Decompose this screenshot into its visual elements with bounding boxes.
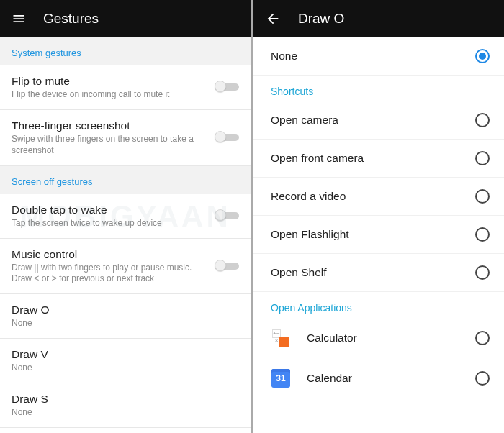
row-subtitle: Draw || with two fingers to play or paus… — [12, 263, 206, 285]
radio-open-front-camera[interactable] — [475, 151, 490, 165]
option-label: Open Shelf — [271, 266, 464, 279]
row-title: Flip to mute — [12, 74, 206, 88]
option-open-shelf[interactable]: Open Shelf — [253, 254, 504, 292]
row-subtitle: Flip the device on incoming call to mute… — [12, 89, 206, 101]
row-title: Draw O — [12, 303, 239, 316]
switch-three-finger[interactable] — [215, 131, 239, 144]
appbar-left: Gestures — [0, 0, 251, 37]
option-open-front-camera[interactable]: Open front camera — [253, 140, 504, 178]
switch-double-tap[interactable] — [215, 209, 239, 222]
row-draw-o[interactable]: Draw O None — [0, 294, 251, 339]
row-draw-m[interactable]: Draw M — [0, 428, 251, 433]
option-label: None — [271, 50, 464, 63]
option-label: Open Flashlight — [271, 228, 464, 241]
back-icon[interactable] — [265, 11, 281, 27]
row-title: Three-finger screenshot — [12, 119, 206, 132]
hamburger-icon[interactable] — [12, 12, 26, 26]
row-subtitle: Tap the screen twice to wake up device — [12, 218, 206, 229]
page-title: Gestures — [43, 11, 99, 27]
row-subtitle: Swipe with three fingers on the screen t… — [12, 134, 206, 156]
option-open-flashlight[interactable]: Open Flashlight — [253, 216, 504, 254]
option-open-camera[interactable]: Open camera — [253, 101, 504, 140]
option-label: Open front camera — [271, 152, 464, 165]
calculator-icon: +−× — [271, 328, 291, 348]
gestures-list: System gestures Flip to mute Flip the de… — [0, 37, 251, 433]
gestures-screen: Gestures System gestures Flip to mute Fl… — [0, 0, 251, 433]
appbar-right: Draw O — [253, 0, 504, 37]
row-three-finger-screenshot[interactable]: Three-finger screenshot Swipe with three… — [0, 110, 251, 166]
row-subtitle: None — [12, 407, 239, 419]
section-open-applications: Open Applications — [253, 292, 504, 318]
option-label: Record a video — [271, 190, 464, 203]
radio-calendar[interactable] — [475, 371, 490, 386]
app-label: Calculator — [307, 332, 459, 345]
row-subtitle: None — [12, 318, 239, 329]
row-title: Double tap to wake — [12, 203, 206, 216]
page-title: Draw O — [298, 11, 344, 27]
draw-o-options: None Shortcuts Open camera Open front ca… — [253, 37, 504, 433]
option-label: Open camera — [271, 114, 464, 127]
row-flip-to-mute[interactable]: Flip to mute Flip the device on incoming… — [0, 65, 251, 110]
row-title: Draw V — [12, 347, 239, 361]
row-draw-s[interactable]: Draw S None — [0, 383, 251, 428]
row-draw-v[interactable]: Draw V None — [0, 339, 251, 383]
section-shortcuts: Shortcuts — [253, 76, 504, 101]
radio-open-flashlight[interactable] — [475, 227, 490, 242]
app-calculator[interactable]: +−× Calculator — [253, 318, 504, 358]
radio-calculator[interactable] — [475, 331, 490, 345]
row-title: Draw S — [12, 392, 239, 406]
row-subtitle: None — [12, 363, 239, 374]
option-record-video[interactable]: Record a video — [253, 178, 504, 216]
draw-o-screen: Draw O None Shortcuts Open camera Open f… — [253, 0, 504, 433]
radio-record-video[interactable] — [475, 189, 490, 204]
radio-none[interactable] — [475, 49, 490, 63]
radio-open-camera[interactable] — [475, 113, 490, 127]
app-calendar[interactable]: 31 Calendar — [253, 358, 504, 398]
section-screen-off-gestures: Screen off gestures — [0, 166, 251, 194]
app-label: Calendar — [307, 372, 459, 385]
row-title: Music control — [12, 247, 206, 261]
switch-flip-to-mute[interactable] — [215, 81, 239, 94]
radio-open-shelf[interactable] — [475, 265, 490, 280]
row-double-tap-wake[interactable]: Double tap to wake Tap the screen twice … — [0, 194, 251, 239]
row-music-control[interactable]: Music control Draw || with two fingers t… — [0, 239, 251, 295]
calendar-icon: 31 — [271, 368, 291, 388]
option-none[interactable]: None — [253, 37, 504, 76]
section-system-gestures: System gestures — [0, 37, 251, 65]
switch-music-control[interactable] — [215, 260, 239, 273]
